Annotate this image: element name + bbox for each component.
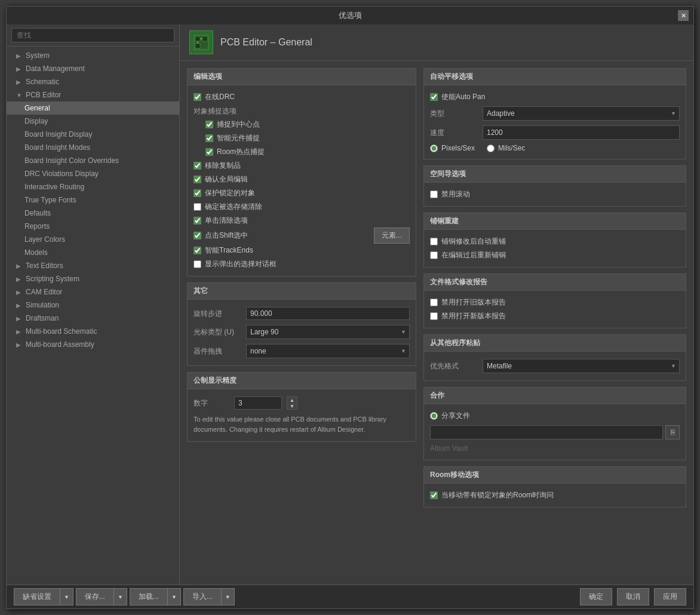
chevron-icon — [16, 79, 23, 85]
sidebar-item-general[interactable]: General — [7, 102, 179, 115]
default-settings-arrow[interactable]: ▼ — [60, 588, 73, 605]
element-button[interactable]: 元素... — [374, 227, 410, 244]
sidebar-item-simulation[interactable]: Simulation — [7, 299, 179, 312]
shift-select-label: 点击Shift选中 — [205, 230, 248, 241]
collab-browse-button[interactable]: ⎘ — [665, 425, 680, 439]
sidebar-item-reports[interactable]: Reports — [7, 220, 179, 233]
auto-pan-speed-input[interactable] — [483, 125, 680, 140]
repour-after-modify-label: 铺铜修改后自动重铺 — [441, 236, 506, 247]
collab-input-row: ⎘ — [430, 423, 680, 442]
sidebar-item-schematic[interactable]: Schematic — [7, 75, 179, 88]
digit-input[interactable] — [234, 396, 282, 410]
component-drag-select[interactable]: none Connected Tracks — [246, 344, 410, 358]
sidebar-item-board-insight-color-overrides[interactable]: Board Insight Color Overrides — [7, 154, 179, 167]
ok-button[interactable]: 确定 — [580, 588, 612, 605]
collaboration-header: 合作 — [424, 388, 686, 404]
smart-track-checkbox[interactable] — [194, 247, 201, 254]
shift-select-checkbox[interactable] — [194, 232, 201, 239]
search-input[interactable] — [11, 28, 174, 42]
digit-increment[interactable]: ▲ — [287, 397, 297, 403]
collaboration-section: 合作 分享文件 ⎘ Altium Vault — [423, 387, 686, 460]
sidebar-item-models[interactable]: Models — [7, 246, 179, 259]
confirm-clear-checkbox[interactable] — [194, 203, 201, 211]
import-button[interactable]: 导入... — [183, 588, 222, 605]
svg-rect-2 — [202, 36, 207, 41]
component-drag-row: 器件拖拽 none Connected Tracks — [194, 342, 410, 361]
disable-open-old-label: 禁用打开旧版本报告 — [441, 297, 506, 308]
mils-sec-row: Mils/Sec — [487, 142, 525, 154]
sidebar-item-draftsman[interactable]: Draftsman — [7, 312, 179, 325]
ask-when-move-label: 当移动带有锁定对象的Room时询问 — [441, 490, 554, 500]
repour-after-edit-checkbox[interactable] — [430, 251, 438, 259]
disable-open-new-checkbox[interactable] — [430, 312, 438, 320]
ask-when-move-row: 当移动带有锁定对象的Room时询问 — [430, 488, 680, 502]
save-button[interactable]: 保存... — [76, 588, 114, 605]
smart-track-row: 智能TrackEnds — [194, 244, 410, 257]
cursor-type-select[interactable]: Large 90 Small 90 Small 45 Large 45 — [246, 325, 410, 339]
remove-duplicates-checkbox[interactable] — [194, 162, 201, 170]
disable-open-old-checkbox[interactable] — [430, 299, 438, 306]
remove-duplicates-row: 移除复制品 — [194, 159, 410, 173]
snap-center-checkbox[interactable] — [205, 121, 213, 128]
sidebar-item-drc-violations-display[interactable]: DRC Violations Display — [7, 167, 179, 180]
search-bar — [7, 24, 179, 47]
load-arrow[interactable]: ▼ — [168, 588, 181, 605]
disable-scroll-checkbox[interactable] — [430, 190, 438, 198]
save-arrow[interactable]: ▼ — [114, 588, 127, 605]
collab-path-input[interactable] — [430, 425, 663, 439]
smart-component-checkbox[interactable] — [205, 134, 213, 142]
sidebar-item-interactive-routing[interactable]: Interactive Routing — [7, 180, 179, 193]
sidebar-item-data-management[interactable]: Data Management — [7, 62, 179, 75]
digit-spinbox: ▲ ▼ — [287, 396, 297, 410]
apply-button[interactable]: 应用 — [654, 588, 686, 605]
digit-decrement[interactable]: ▼ — [287, 403, 297, 409]
sidebar-item-true-type-fonts[interactable]: True Type Fonts — [7, 193, 179, 207]
editing-options-header: 编辑选项 — [188, 69, 416, 85]
sidebar-item-text-editors[interactable]: Text Editors — [7, 259, 179, 272]
sidebar-item-display[interactable]: Display — [7, 115, 179, 128]
share-file-radio[interactable] — [430, 412, 438, 420]
sidebar-item-cam-editor[interactable]: CAM Editor — [7, 285, 179, 299]
default-settings-button[interactable]: 缺省设置 — [14, 588, 60, 605]
auto-pan-type-select[interactable]: Adaptive Fixed Size Jump Ballistic — [483, 106, 680, 121]
click-clear-checkbox[interactable] — [194, 217, 201, 225]
priority-format-select[interactable]: Metafile Bitmap Text — [483, 359, 680, 373]
sidebar-item-board-insight-display[interactable]: Board Insight Display — [7, 128, 179, 141]
room-hotspot-checkbox[interactable] — [205, 148, 213, 156]
disable-open-new-row: 禁用打开新版本报告 — [430, 309, 680, 323]
sidebar-item-defaults[interactable]: Defaults — [7, 207, 179, 220]
repour-after-modify-checkbox[interactable] — [430, 238, 438, 245]
sidebar-item-scripting-system[interactable]: Scripting System — [7, 272, 179, 285]
rotation-step-input[interactable] — [246, 307, 410, 320]
shift-select-checkbox-row: 点击Shift选中 — [194, 229, 369, 242]
mils-sec-radio[interactable] — [487, 144, 495, 152]
show-popup-label: 显示弹出的选择对话框 — [205, 259, 277, 269]
mils-sec-label: Mils/Sec — [498, 144, 525, 152]
sidebar-item-pcb-editor[interactable]: PCB Editor — [7, 88, 179, 102]
protect-locked-checkbox[interactable] — [194, 189, 201, 197]
sidebar-item-multi-board-schematic[interactable]: Multi-board Schematic — [7, 325, 179, 338]
ask-when-move-checkbox[interactable] — [430, 491, 438, 499]
sidebar-item-system[interactable]: System — [7, 49, 179, 62]
right-column: 自动平移选项 使能Auto Pan 类型 Adaptive — [423, 68, 686, 577]
sidebar-item-layer-colors[interactable]: Layer Colors — [7, 233, 179, 246]
import-arrow[interactable]: ▼ — [222, 588, 235, 605]
pixels-sex-radio[interactable] — [430, 144, 438, 152]
enable-auto-pan-checkbox[interactable] — [430, 93, 438, 101]
online-drc-row: 在线DRC — [194, 90, 410, 104]
online-drc-checkbox[interactable] — [194, 93, 201, 101]
sidebar-item-multi-board-assembly[interactable]: Multi-board Assembly — [7, 338, 179, 351]
auto-pan-body: 使能Auto Pan 类型 Adaptive Fixed Size Jump B… — [424, 85, 686, 159]
sidebar-item-board-insight-modes[interactable]: Board Insight Modes — [7, 141, 179, 154]
space-nav-body: 禁用滚动 — [424, 183, 686, 206]
disable-scroll-label: 禁用滚动 — [441, 189, 470, 199]
repour-after-edit-row: 在编辑过后重新铺铜 — [430, 248, 680, 262]
show-popup-checkbox[interactable] — [194, 260, 201, 268]
confirm-global-checkbox[interactable] — [194, 176, 201, 183]
save-group: 保存... ▼ — [76, 588, 127, 605]
load-button[interactable]: 加载... — [130, 588, 168, 605]
close-button[interactable]: ✕ — [678, 10, 689, 21]
cancel-button[interactable]: 取消 — [617, 588, 649, 605]
pcb-icon — [193, 34, 210, 51]
paste-from-other-section: 从其他程序粘贴 优先格式 Metafile Bitmap Text — [423, 334, 686, 381]
